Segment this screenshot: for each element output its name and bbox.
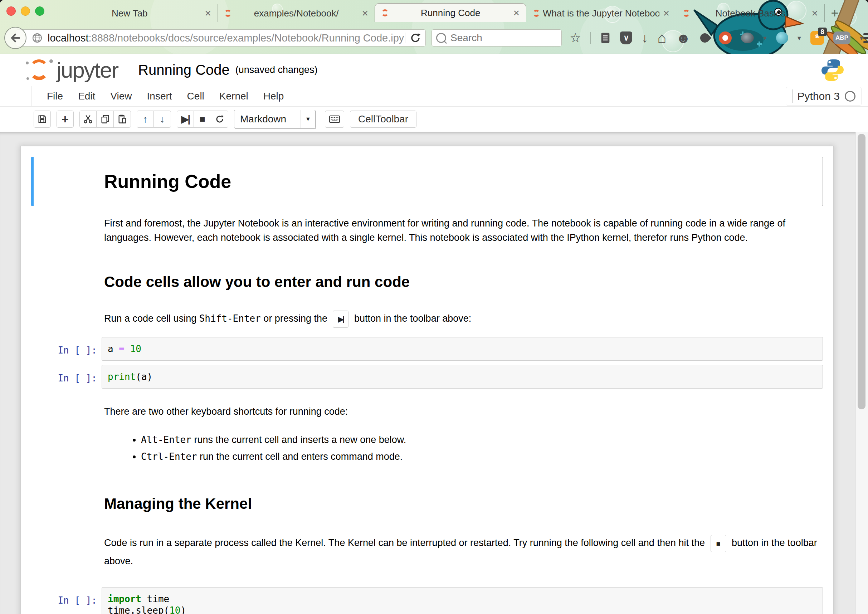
command-palette-button[interactable] bbox=[325, 110, 344, 128]
insert-cell-button[interactable]: + bbox=[57, 110, 74, 128]
teal-extension-icon[interactable] bbox=[776, 32, 788, 44]
fly-extension-icon[interactable] bbox=[741, 33, 754, 43]
cut-cell-button[interactable] bbox=[79, 110, 97, 128]
duckduckgo-icon[interactable] bbox=[719, 31, 732, 44]
feedback-smiley-icon[interactable]: ☻ bbox=[676, 31, 691, 45]
page-scrollbar[interactable] bbox=[856, 132, 868, 614]
tab-close-icon[interactable]: × bbox=[513, 7, 519, 19]
url-separator bbox=[405, 33, 405, 43]
move-cell-up-button[interactable]: ↑ bbox=[137, 110, 154, 128]
code-input[interactable]: a = 10 bbox=[102, 337, 823, 361]
code-input[interactable]: print(a) bbox=[102, 365, 823, 389]
menu-insert[interactable]: Insert bbox=[147, 90, 172, 102]
chevron-down-icon[interactable]: ▾ bbox=[763, 34, 767, 42]
home-icon[interactable]: ⌂ bbox=[657, 30, 666, 45]
tab-running-code[interactable]: Running Code × bbox=[375, 3, 526, 22]
python-logo-icon bbox=[821, 58, 845, 82]
markdown-body: Running Code bbox=[102, 157, 823, 206]
tab-examples-notebook[interactable]: examples/Notebook/ × bbox=[218, 4, 375, 22]
tab-close-icon[interactable]: × bbox=[811, 7, 818, 19]
notebook-h2-codecells: Code cells allow you to enter and run co… bbox=[104, 273, 818, 290]
new-tab-button[interactable]: + bbox=[825, 4, 845, 22]
menu-help[interactable]: Help bbox=[264, 90, 284, 102]
adblock-plus-icon[interactable]: ABP bbox=[833, 31, 851, 44]
markdown-cell-kernel-text[interactable]: Code is run in a separate process called… bbox=[31, 534, 823, 570]
notebook-title[interactable]: Running Code bbox=[138, 62, 230, 78]
input-prompt: In [ ]: bbox=[57, 595, 97, 606]
markdown-cell-shortcuts[interactable]: There are two other keyboard shortcuts f… bbox=[31, 404, 823, 465]
menu-file[interactable]: File bbox=[47, 90, 63, 102]
jupyter-favicon-icon bbox=[381, 9, 389, 17]
search-input[interactable] bbox=[450, 32, 537, 44]
close-window-button[interactable] bbox=[6, 6, 16, 16]
tab-bar: New Tab × examples/Notebook/ × Running C… bbox=[0, 0, 868, 22]
celltoolbar-button[interactable]: CellToolbar bbox=[350, 110, 417, 128]
tab-what-is-jupyter[interactable]: What is the Jupyter Notebook × bbox=[526, 4, 676, 22]
toolbar-divider bbox=[591, 32, 591, 44]
run-cell-button[interactable]: ▶| bbox=[177, 110, 194, 128]
reading-list-icon[interactable] bbox=[600, 32, 611, 44]
site-identity-globe-icon bbox=[32, 33, 43, 43]
move-cell-down-button[interactable]: ↓ bbox=[154, 110, 171, 128]
downloads-icon[interactable]: ↓ bbox=[642, 31, 648, 44]
menu-kernel[interactable]: Kernel bbox=[219, 90, 248, 102]
scrollbar-thumb[interactable] bbox=[858, 134, 865, 409]
markdown-cell-run-instruction[interactable]: Run a code cell using Shift-Enter or pre… bbox=[31, 310, 823, 328]
copy-cell-button[interactable] bbox=[97, 110, 114, 128]
menu-edit[interactable]: Edit bbox=[78, 90, 95, 102]
tab-close-icon[interactable]: × bbox=[663, 7, 670, 19]
code-cell-a-assign[interactable]: In [ ]: a = 10 bbox=[31, 337, 823, 361]
save-floppy-icon bbox=[37, 114, 47, 124]
code-token: time.sleep( bbox=[108, 605, 169, 614]
jupyter-favicon-icon bbox=[224, 10, 231, 17]
markdown-cell-h2-codecells[interactable]: Code cells allow you to enter and run co… bbox=[31, 273, 823, 290]
tab-notebook-basics[interactable]: Notebook Basics × bbox=[676, 4, 825, 22]
code-cell-print[interactable]: In [ ]: print(a) bbox=[31, 365, 823, 389]
paste-cell-button[interactable] bbox=[114, 110, 131, 128]
search-bar[interactable] bbox=[431, 29, 562, 47]
interrupt-kernel-button[interactable]: ■ bbox=[194, 110, 211, 128]
chevron-down-icon[interactable]: ▾ bbox=[860, 34, 863, 42]
run-text: Run a code cell using bbox=[104, 313, 199, 324]
menu-view[interactable]: View bbox=[110, 90, 132, 102]
run-instruction-paragraph: Run a code cell using Shift-Enter or pre… bbox=[104, 310, 818, 328]
menu-cell[interactable]: Cell bbox=[187, 90, 204, 102]
code-input[interactable]: import timetime.sleep(10) bbox=[102, 587, 823, 614]
alt-enter-kbd: Alt-Enter bbox=[141, 434, 191, 445]
reload-icon[interactable] bbox=[410, 32, 421, 43]
quill-extension-icon[interactable] bbox=[698, 31, 711, 45]
addon-with-badge-icon[interactable]: *8 bbox=[811, 31, 824, 45]
markdown-cell-title[interactable]: Running Code bbox=[31, 157, 823, 206]
bookmark-star-icon[interactable]: ☆ bbox=[570, 31, 581, 44]
jupyter-favicon-icon bbox=[533, 10, 540, 17]
minimize-window-button[interactable] bbox=[21, 6, 30, 16]
cell-type-select[interactable]: Markdown ▼ bbox=[234, 110, 316, 129]
tab-close-icon[interactable]: × bbox=[362, 7, 368, 19]
jupyter-logo-icon[interactable] bbox=[24, 59, 55, 82]
notebook-h2-kernel: Managing the Kernel bbox=[104, 495, 818, 512]
chevron-down-icon[interactable]: ▾ bbox=[798, 34, 801, 42]
list-item: Ctrl-Enter run the current cell and ente… bbox=[141, 448, 818, 465]
navigation-toolbar: localhost:8888/notebooks/docs/source/exa… bbox=[0, 22, 868, 54]
kernel-name: Python 3 bbox=[798, 90, 840, 102]
zoom-window-button[interactable] bbox=[35, 6, 44, 16]
markdown-cell-h2-kernel[interactable]: Managing the Kernel bbox=[31, 495, 823, 512]
pocket-icon[interactable]: ∨ bbox=[620, 31, 632, 44]
back-button[interactable] bbox=[4, 27, 26, 49]
list-item-text: runs the current cell and inserts a new … bbox=[191, 434, 406, 445]
save-status: (unsaved changes) bbox=[236, 64, 318, 76]
code-token: time bbox=[141, 594, 169, 604]
tab-close-icon[interactable]: × bbox=[205, 7, 211, 19]
menu-hamburger-icon[interactable] bbox=[863, 33, 868, 43]
tab-new-tab[interactable]: New Tab × bbox=[51, 4, 218, 22]
window-controls bbox=[0, 6, 51, 22]
url-bar[interactable]: localhost:8888/notebooks/docs/source/exa… bbox=[16, 29, 426, 47]
save-button[interactable] bbox=[34, 110, 51, 128]
tab-title: Running Code bbox=[391, 8, 510, 19]
addon-badge-count: 8 bbox=[818, 28, 827, 36]
markdown-cell-intro[interactable]: First and foremost, the Jupyter Notebook… bbox=[31, 216, 823, 245]
restart-kernel-button[interactable] bbox=[211, 110, 228, 128]
kernel-text: Code is run in a separate process called… bbox=[104, 537, 708, 548]
run-group: ▶| ■ bbox=[177, 110, 228, 128]
code-cell-sleep[interactable]: In [ ]: import timetime.sleep(10) bbox=[31, 587, 823, 614]
